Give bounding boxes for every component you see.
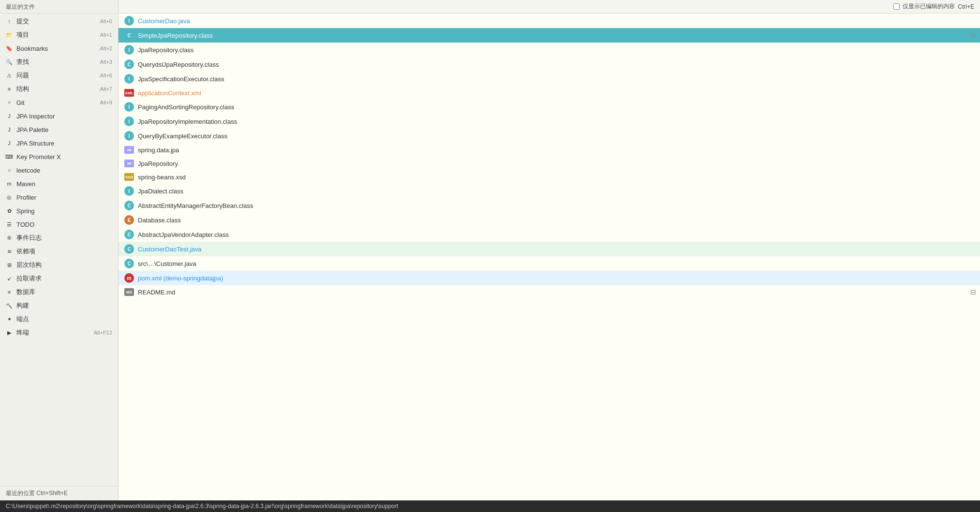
- sidebar-label-database: 数据库: [16, 288, 112, 296]
- file-name-2: SimpleJpaRepository.class: [138, 32, 213, 39]
- sidebar-item-todo[interactable]: ☰ TODO: [0, 218, 118, 231]
- file-item[interactable]: I QueryByExampleExecutor.class: [119, 129, 980, 143]
- sidebar-item-hierarchy[interactable]: ⊞ 层次结构: [0, 258, 118, 272]
- sidebar-item-jpa-structure[interactable]: J JPA Structure: [0, 136, 118, 150]
- file-icon-16: C: [124, 230, 134, 239]
- icon-endpoint: ✦: [5, 315, 14, 323]
- file-item[interactable]: E Database.class: [119, 213, 980, 227]
- sidebar-label-endpoints: 端点: [16, 315, 112, 323]
- sidebar-item-search[interactable]: 🔍 查找 Alt+3: [0, 55, 118, 69]
- sidebar-label-profiler: Profiler: [16, 194, 112, 201]
- file-item[interactable]: C src\…\Customer.java: [119, 256, 980, 271]
- file-icon-18: C: [124, 259, 134, 268]
- sidebar-item-build[interactable]: 🔨 构建: [0, 299, 118, 312]
- file-item[interactable]: C AbstractEntityManagerFactoryBean.class: [119, 198, 980, 213]
- sidebar-item-terminal[interactable]: ▶ 终端 Alt+F12: [0, 326, 118, 339]
- file-name-17: CustomerDaoTest.java: [138, 246, 202, 253]
- file-icon-20: MD: [124, 288, 134, 296]
- content-area: 仅显示已编辑的内容 Ctrl+E I CustomerDao.java C Si…: [119, 0, 980, 500]
- file-item[interactable]: XSD spring-beans.xsd: [119, 170, 980, 184]
- sidebar-item-pull-req[interactable]: ↙ 拉取请求: [0, 272, 118, 285]
- icon-db: ≡: [5, 288, 14, 296]
- sidebar-item-endpoints[interactable]: ✦ 端点: [0, 312, 118, 326]
- shortcut-terminal: Alt+F12: [94, 330, 112, 336]
- content-header: 仅显示已编辑的内容 Ctrl+E: [119, 0, 980, 14]
- sidebar-item-spring[interactable]: ✿ Spring: [0, 204, 118, 218]
- file-name-19: pom.xml (demo-springdatajpa): [138, 275, 223, 282]
- icon-jpa-s: J: [5, 139, 14, 147]
- sidebar-label-git: Git: [16, 99, 96, 106]
- sidebar-item-problems[interactable]: ⚠ 问题 Alt+6: [0, 69, 118, 82]
- sidebar-item-leetcode[interactable]: ○ leetcode: [0, 163, 118, 177]
- sidebar-label-build: 构建: [16, 301, 112, 310]
- sidebar-item-jpa-inspector[interactable]: J JPA Inspector: [0, 109, 118, 123]
- sidebar-label-commit: 提交: [16, 17, 96, 26]
- filter-shortcut: Ctrl+E: [958, 3, 974, 10]
- file-item[interactable]: ≔ JpaRepository: [119, 157, 980, 170]
- file-item[interactable]: XML applicationContext.xml: [119, 86, 980, 100]
- sidebar-label-spring: Spring: [16, 207, 112, 215]
- pin-icon-2: ⊟: [970, 31, 976, 39]
- icon-jpa-p: J: [5, 125, 14, 134]
- sidebar-item-structure[interactable]: ≡ 结构 Alt+7: [0, 82, 118, 96]
- sidebar-item-key-promoter[interactable]: ⌨ Key Promoter X: [0, 150, 118, 163]
- sidebar-item-jpa-palette[interactable]: J JPA Palette: [0, 123, 118, 136]
- file-icon-8: I: [124, 117, 134, 126]
- sidebar-item-bookmarks[interactable]: 🔖 Bookmarks Alt+2: [0, 42, 118, 55]
- sidebar-item-event-log[interactable]: ⑨ 事件日志: [0, 231, 118, 245]
- sidebar-label-project: 项目: [16, 30, 96, 39]
- file-name-14: AbstractEntityManagerFactoryBean.class: [138, 202, 253, 209]
- sidebar-list: ↑ 提交 Alt+0 📁 项目 Alt+1 🔖 Bookmarks Alt+2 …: [0, 14, 118, 486]
- sidebar-item-git[interactable]: ⑂ Git Alt+9: [0, 96, 118, 109]
- filter-checkbox-label[interactable]: 仅显示已编辑的内容 Ctrl+E: [893, 2, 974, 11]
- sidebar-label-jpa-inspector: JPA Inspector: [16, 113, 112, 120]
- file-icon-10: ≔: [124, 146, 134, 154]
- file-name-20: README.md: [138, 289, 175, 296]
- icon-spring: ✿: [5, 206, 14, 215]
- file-item[interactable]: I JpaSpecificationExecutor.class: [119, 72, 980, 86]
- icon-hier: ⊞: [5, 261, 14, 269]
- file-icon-4: C: [124, 59, 134, 69]
- file-item[interactable]: I JpaDialect.class: [119, 184, 980, 198]
- icon-search: 🔍: [5, 58, 14, 66]
- sidebar-item-profiler[interactable]: ◎ Profiler: [0, 190, 118, 204]
- sidebar-item-maven[interactable]: m Maven: [0, 177, 118, 190]
- filter-checkbox[interactable]: [893, 3, 900, 10]
- file-icon-14: C: [124, 201, 134, 210]
- sidebar-item-database[interactable]: ≡ 数据库: [0, 285, 118, 299]
- file-item[interactable]: I CustomerDao.java: [119, 14, 980, 28]
- sidebar-label-pull-req: 拉取请求: [16, 274, 112, 283]
- sidebar-footer[interactable]: 最近的位置 Ctrl+Shift+E: [0, 486, 118, 500]
- file-item[interactable]: I JpaRepositoryImplementation.class: [119, 114, 980, 129]
- sidebar-header: 最近的文件: [0, 0, 118, 14]
- file-item[interactable]: I JpaRepository.class: [119, 43, 980, 57]
- file-item[interactable]: m pom.xml (demo-springdatajpa): [119, 271, 980, 285]
- file-list: I CustomerDao.java C SimpleJpaRepository…: [119, 14, 980, 500]
- sidebar-item-project[interactable]: 📁 项目 Alt+1: [0, 28, 118, 42]
- sidebar-item-deps[interactable]: ≋ 依赖项: [0, 245, 118, 258]
- file-icon-3: I: [124, 45, 134, 55]
- file-item[interactable]: C SimpleJpaRepository.class ⊟: [119, 28, 980, 43]
- file-item[interactable]: C CustomerDaoTest.java: [119, 242, 980, 256]
- sidebar-label-deps: 依赖项: [16, 247, 112, 256]
- file-item[interactable]: ≔ spring.data.jpa: [119, 143, 980, 157]
- icon-dep: ≋: [5, 247, 14, 256]
- file-item[interactable]: MD README.md ⊟: [119, 285, 980, 299]
- icon-git: ⑂: [5, 98, 14, 107]
- shortcut-git: Alt+9: [100, 100, 112, 105]
- status-path: C:\Users\puppet\.m2\repository\org\sprin…: [6, 503, 398, 510]
- file-item[interactable]: C AbstractJpaVendorAdapter.class: [119, 227, 980, 242]
- file-name-13: JpaDialect.class: [138, 188, 183, 195]
- file-icon-19: m: [124, 273, 134, 283]
- file-icon-12: XSD: [124, 173, 134, 181]
- file-name-1: CustomerDao.java: [138, 17, 190, 25]
- sidebar-item-commit[interactable]: ↑ 提交 Alt+0: [0, 15, 118, 28]
- icon-commit: ↑: [5, 17, 14, 26]
- file-item[interactable]: I PagingAndSortingRepository.class: [119, 100, 980, 114]
- file-name-3: JpaRepository.class: [138, 46, 193, 54]
- sidebar-label-jpa-structure: JPA Structure: [16, 140, 112, 147]
- file-item[interactable]: C QuerydslJpaRepository.class: [119, 57, 980, 72]
- shortcut-search: Alt+3: [100, 59, 112, 65]
- file-icon-17: C: [124, 244, 134, 254]
- sidebar: 最近的文件 ↑ 提交 Alt+0 📁 项目 Alt+1 🔖 Bookmarks …: [0, 0, 119, 500]
